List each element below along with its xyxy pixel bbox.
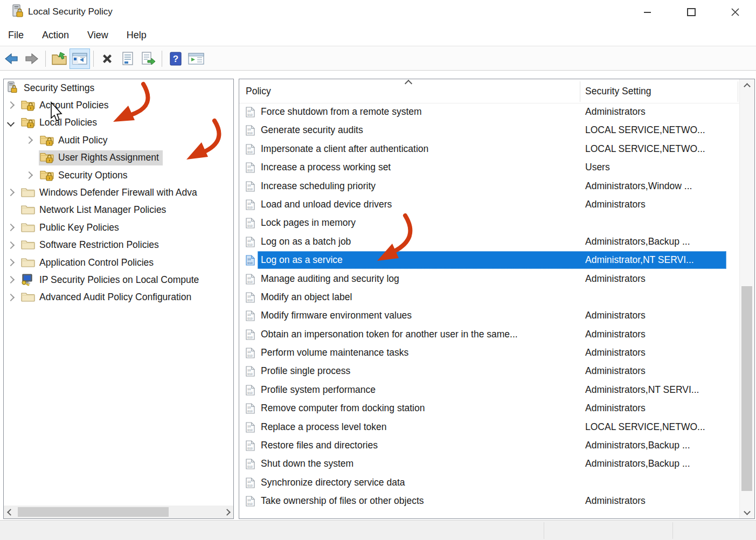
chevron-down-icon [744, 508, 751, 515]
policy-row-log-on-as-a-service[interactable]: 10010Log on as a serviceAdministrator,NT… [239, 251, 754, 269]
policy-row-modify-firmware-environment-values[interactable]: 10010Modify firmware environment valuesA… [239, 307, 754, 325]
tree-horizontal-scrollbar[interactable] [4, 506, 233, 518]
window-title: Local Security Policy [28, 6, 113, 17]
maximize-icon [687, 8, 696, 16]
properties-button[interactable] [117, 49, 138, 69]
menu-view[interactable]: View [86, 29, 109, 42]
security-setting-cell: Administrators [585, 329, 646, 340]
forward-button[interactable] [22, 49, 42, 69]
tree-item-body[interactable]: Public Key Policies [20, 220, 123, 235]
policy-row-shut-down-the-system[interactable]: 10010Shut down the systemAdministrators,… [239, 455, 754, 473]
policy-row-profile-single-process[interactable]: 10010Profile single processAdministrator… [239, 362, 754, 380]
tree-item-user-rights-assignment[interactable]: User Rights Assignment [4, 149, 234, 167]
menu-action[interactable]: Action [41, 29, 70, 42]
tree-item-advanced-audit-policy-configuration[interactable]: Advanced Audit Policy Configuration [4, 289, 234, 306]
policy-row-load-and-unload-device-drivers[interactable]: 10010Load and unload device driversAdmin… [239, 196, 754, 214]
title-bar: Local Security Policy [0, 0, 756, 25]
list-vertical-scrollbar[interactable] [739, 79, 754, 518]
show-action-pane-button[interactable] [186, 49, 206, 69]
tree-item-audit-policy[interactable]: Audit Policy [4, 131, 234, 149]
maximize-button[interactable] [679, 0, 704, 24]
policy-row-modify-an-object-label[interactable]: 10010Modify an object label [239, 288, 754, 307]
scroll-down-button[interactable] [740, 504, 754, 518]
svg-text:010: 010 [247, 428, 253, 432]
tree-item-body[interactable]: Windows Defender Firewall with Adva [20, 185, 201, 200]
chevron-left-icon [7, 509, 14, 516]
chevron-right-icon[interactable] [7, 189, 15, 196]
svg-text:010: 010 [247, 169, 253, 172]
policy-row-increase-a-process-working-set[interactable]: 10010Increase a process working setUsers [239, 158, 754, 177]
tree-item-security-settings[interactable]: Security Settings [4, 79, 234, 96]
horizontal-scroll-thumb[interactable] [18, 507, 169, 517]
show-console-tree-button[interactable] [70, 49, 90, 69]
tree-item-body[interactable]: Security Options [39, 168, 131, 183]
policy-row-profile-system-performance[interactable]: 10010Profile system performanceAdministr… [239, 381, 754, 399]
tree-item-label: Advanced Audit Policy Configuration [39, 292, 191, 303]
tree-item-body[interactable]: Audit Policy [39, 133, 111, 148]
policy-row-perform-volume-maintenance-tasks[interactable]: 10010Perform volume maintenance tasksAdm… [239, 344, 754, 362]
chevron-right-icon[interactable] [25, 171, 33, 179]
scroll-left-button[interactable] [4, 506, 17, 518]
chevron-right-icon[interactable] [7, 241, 15, 249]
status-divider [544, 522, 544, 539]
delete-button[interactable] [97, 49, 117, 69]
help-button[interactable]: ? [165, 49, 186, 69]
tree-item-public-key-policies[interactable]: Public Key Policies [4, 219, 234, 236]
tree-item-body[interactable]: Security Settings [4, 80, 98, 95]
scroll-up-button[interactable] [740, 79, 754, 93]
policy-row-increase-scheduling-priority[interactable]: 10010Increase scheduling priorityAdminis… [239, 177, 754, 196]
close-button[interactable] [723, 0, 747, 24]
tree-item-body[interactable]: Account Policies [20, 98, 112, 113]
chevron-right-icon[interactable] [7, 101, 15, 109]
tree-item-body[interactable]: IP Security Policies on Local Compute [20, 272, 203, 287]
policy-row-manage-auditing-and-security-log[interactable]: 10010Manage auditing and security logAdm… [239, 270, 754, 288]
up-one-level-button[interactable] [49, 49, 70, 69]
policy-row-impersonate-a-client-after-authentication[interactable]: 10010Impersonate a client after authenti… [239, 140, 754, 158]
policy-row-lock-pages-in-memory[interactable]: 10010Lock pages in memory [239, 214, 754, 232]
tree-item-body[interactable]: User Rights Assignment [39, 150, 163, 165]
tree-item-account-policies[interactable]: Account Policies [4, 96, 234, 114]
policy-row-obtain-an-impersonation-token-for-another-user-in-the-same[interactable]: 10010Obtain an impersonation token for a… [239, 326, 754, 344]
chevron-right-icon[interactable] [7, 294, 15, 301]
export-list-button[interactable] [138, 49, 158, 69]
minimize-icon [644, 12, 651, 13]
policy-row-remove-computer-from-docking-station[interactable]: 10010Remove computer from docking statio… [239, 399, 754, 418]
folder-lock-icon [40, 134, 54, 147]
policy-row-log-on-as-a-batch-job[interactable]: 10010Log on as a batch jobAdministrators… [239, 233, 754, 251]
policy-row-generate-security-audits[interactable]: 10010Generate security auditsLOCAL SERVI… [239, 121, 754, 140]
tree-item-body[interactable]: Advanced Audit Policy Configuration [20, 290, 195, 305]
tree-item-windows-defender-firewall-with-adva[interactable]: Windows Defender Firewall with Adva [4, 184, 234, 201]
tree-item-security-options[interactable]: Security Options [4, 167, 234, 184]
policy-row-replace-a-process-level-token[interactable]: 10010Replace a process level tokenLOCAL … [239, 418, 754, 437]
minimize-button[interactable] [635, 0, 660, 24]
column-header-policy[interactable]: Policy [246, 86, 271, 97]
tree-item-body[interactable]: Software Restriction Policies [20, 238, 163, 253]
tree-item-software-restriction-policies[interactable]: Software Restriction Policies [4, 237, 234, 254]
column-divider[interactable] [580, 81, 580, 102]
column-divider[interactable] [738, 81, 738, 102]
chevron-right-icon[interactable] [25, 136, 33, 144]
back-button[interactable] [1, 49, 22, 69]
policy-row-synchronize-directory-service-data[interactable]: 10010Synchronize directory service data [239, 474, 754, 492]
policy-row-take-ownership-of-files-or-other-objects[interactable]: 10010Take ownership of files or other ob… [239, 492, 754, 510]
chevron-right-icon[interactable] [7, 276, 15, 283]
vertical-scroll-thumb[interactable] [741, 286, 752, 491]
chevron-down-icon[interactable] [7, 119, 15, 127]
tree-item-ip-security-policies-on-local-compute[interactable]: IP Security Policies on Local Compute [4, 271, 234, 288]
chevron-right-icon[interactable] [7, 224, 15, 231]
tree-item-body[interactable]: Local Policies [20, 115, 101, 130]
tree-item-application-control-policies[interactable]: Application Control Policies [4, 254, 234, 271]
menu-file[interactable]: File [7, 29, 25, 42]
show-action-pane-icon [188, 53, 204, 65]
chevron-right-icon[interactable] [7, 259, 15, 266]
tree-item-body[interactable]: Network List Manager Policies [20, 203, 170, 218]
policy-row-restore-files-and-directories[interactable]: 10010Restore files and directoriesAdmini… [239, 437, 754, 455]
scroll-right-button[interactable] [220, 506, 233, 518]
menu-help[interactable]: Help [126, 29, 148, 42]
tree-item-body[interactable]: Application Control Policies [20, 255, 157, 270]
policy-row-force-shutdown-from-a-remote-system[interactable]: 10010Force shutdown from a remote system… [239, 103, 754, 121]
tree-item-network-list-manager-policies[interactable]: Network List Manager Policies [4, 202, 234, 219]
tree-item-local-policies[interactable]: Local Policies [4, 114, 234, 131]
up-one-level-icon [51, 52, 67, 66]
column-header-security-setting[interactable]: Security Setting [585, 86, 651, 97]
